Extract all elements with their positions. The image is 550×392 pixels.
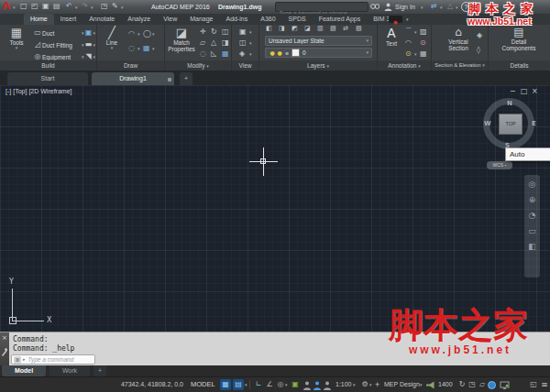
pipe-caret-icon[interactable]: ▾: [93, 31, 95, 36]
arc-tool-icon[interactable]: ◠: [128, 30, 135, 38]
layer-tool2-icon[interactable]: ◨: [279, 26, 285, 32]
annotation-tool-caret-icon[interactable]: ▾: [414, 52, 417, 57]
undo-caret-icon[interactable]: ▾: [75, 5, 78, 10]
close-icon[interactable]: ×: [532, 87, 538, 95]
panel-label-view[interactable]: View: [232, 60, 258, 71]
osnap-toggle-icon[interactable]: ▣: [290, 379, 301, 390]
workspace-caret-icon[interactable]: ▾: [420, 383, 423, 387]
redo-icon[interactable]: ↷: [82, 3, 88, 10]
cable-tray-icon[interactable]: ▬: [83, 41, 93, 49]
scale-caret-icon[interactable]: ▾: [353, 383, 356, 387]
annotation-scale-people-icon[interactable]: [323, 381, 332, 390]
restore-icon[interactable]: □: [521, 87, 528, 95]
view-tool3-icon[interactable]: ◈: [239, 50, 245, 58]
sign-in-caret-icon[interactable]: ▾: [421, 5, 424, 10]
offset-tool-icon[interactable]: ◺: [211, 50, 216, 58]
annotation-scale-button[interactable]: 1:100: [336, 377, 352, 392]
tools-button[interactable]: ▦ Tools ▾: [4, 27, 29, 50]
duct-button[interactable]: ▭ Duct ▾ ▣ ▾: [33, 27, 95, 38]
panel-label-modify[interactable]: Modify ▾: [165, 60, 231, 71]
polar-toggle-icon[interactable]: ∠: [264, 379, 275, 390]
layout-tab-work[interactable]: Work: [50, 365, 90, 376]
tag-tool-icon[interactable]: ⊙: [420, 39, 426, 47]
ortho-toggle-icon[interactable]: ∟: [253, 379, 264, 390]
file-tab-drawing1[interactable]: Drawing1: [92, 72, 174, 85]
hardware-monitor-icon[interactable]: [500, 381, 510, 390]
hatch-caret-icon[interactable]: ▾: [152, 47, 155, 51]
layer-tool1-icon[interactable]: ◧: [266, 26, 272, 32]
a360-sync-icon[interactable]: ⇄: [431, 3, 437, 10]
open-file-icon[interactable]: ◰: [31, 3, 38, 10]
annotation-visibility-icon[interactable]: [302, 381, 312, 390]
layout-tab-add-button[interactable]: +: [94, 365, 106, 376]
circle-tool-icon[interactable]: ◯: [143, 30, 151, 38]
leader-tool-icon[interactable]: ◠: [405, 39, 412, 47]
view-tool1-icon[interactable]: ▣: [239, 28, 247, 36]
tab-insert[interactable]: Insert: [54, 14, 83, 25]
hatch-tool-icon[interactable]: ▦: [143, 45, 150, 52]
layer-state-dropdown[interactable]: Unsaved Layer State ▾: [265, 36, 372, 46]
annotation-tool-icon[interactable]: ⊙: [405, 50, 412, 58]
a360-caret-icon[interactable]: ▾: [440, 5, 443, 10]
dimension-tool-icon[interactable]: ⌒: [405, 28, 412, 36]
view-tool2-caret-icon[interactable]: ▾: [249, 41, 252, 46]
panel-label-draw[interactable]: Draw: [97, 60, 164, 71]
file-tab-start[interactable]: Start: [7, 72, 88, 85]
redo-caret-icon[interactable]: ▾: [91, 5, 94, 10]
announcement-icon[interactable]: [425, 381, 435, 389]
navbar-pan-icon[interactable]: ⊕: [529, 196, 536, 204]
isolate-objects-icon[interactable]: ▱: [477, 379, 488, 390]
text-button[interactable]: A Text: [381, 27, 402, 47]
navbar-orbit-icon[interactable]: ▭: [528, 227, 536, 235]
command-customize-wrench-icon[interactable]: [1, 347, 8, 356]
table-tool-icon[interactable]: ▦: [420, 50, 427, 58]
search-box[interactable]: [275, 2, 368, 12]
tab-addins[interactable]: Add-ins: [219, 14, 254, 25]
layer-tool6-icon[interactable]: ▨: [330, 26, 336, 32]
snap-toggle-icon[interactable]: ▤: [233, 379, 244, 390]
viewcube-west[interactable]: W: [484, 120, 491, 127]
elevation-value[interactable]: 1400: [438, 377, 453, 392]
panel-label-layers[interactable]: Layers ▾: [259, 60, 377, 71]
layer-tool5-icon[interactable]: ▥: [317, 26, 324, 32]
panel-label-details[interactable]: Details: [489, 60, 550, 71]
add-scale-button[interactable]: +: [375, 377, 380, 392]
polyline-tool-icon[interactable]: ◌: [128, 45, 135, 52]
exchange-caret-icon[interactable]: ▾: [456, 5, 458, 10]
new-drawing-tab-button[interactable]: +: [180, 72, 192, 85]
trim-tool-icon[interactable]: ◨: [222, 39, 229, 47]
tab-home[interactable]: Home: [24, 14, 54, 25]
fillet-tool-icon[interactable]: △: [211, 39, 216, 47]
view-tool1-caret-icon[interactable]: ▾: [249, 30, 252, 35]
match-properties-button[interactable]: ◪ Match Properties: [167, 27, 196, 52]
navigation-bar[interactable]: ◎ ⊕ ◔ ▭ ◧: [524, 175, 540, 278]
panel-label-annotation[interactable]: Annotation ▾: [378, 60, 431, 71]
layout-tab-model[interactable]: Model: [2, 365, 46, 376]
layer-tool4-icon[interactable]: ◪: [304, 26, 311, 32]
viewport-view-control[interactable]: [Top]: [13, 88, 27, 94]
viewcube-north[interactable]: N: [507, 100, 512, 107]
viewcube-top-face[interactable]: TOP: [499, 114, 522, 135]
isodraft-caret-icon[interactable]: ▾: [285, 383, 288, 387]
clean-screen-icon[interactable]: ◱: [528, 379, 539, 390]
view-tool2-icon[interactable]: ◫: [239, 39, 247, 47]
dimension-caret-icon[interactable]: ▾: [414, 30, 417, 35]
record-caret-icon[interactable]: ▾: [406, 17, 409, 22]
annotate-quick-icon[interactable]: ✎: [112, 3, 118, 10]
command-suggest-icon[interactable]: ≣: [14, 356, 21, 364]
customization-menu-icon[interactable]: ≡: [539, 379, 550, 390]
record-icon[interactable]: ●: [389, 16, 402, 23]
command-window-grip[interactable]: ×: [0, 332, 9, 365]
navbar-motion-icon[interactable]: ◧: [528, 243, 536, 251]
tab-manage[interactable]: Manage: [183, 14, 219, 25]
drawing-canvas[interactable]: [-] [Top] [2D Wireframe] − □ × N W E S T…: [0, 85, 550, 332]
polyline-caret-icon[interactable]: ▾: [138, 47, 140, 51]
pipe-icon[interactable]: ▣: [83, 29, 93, 37]
save-icon[interactable]: ▣: [42, 3, 50, 10]
tab-a360[interactable]: A360: [254, 14, 281, 25]
copy-tool-icon[interactable]: ◫: [222, 28, 229, 36]
search-icon[interactable]: [370, 3, 380, 11]
tab-view[interactable]: View: [157, 14, 183, 25]
layer-tool7-icon[interactable]: ⇄: [343, 26, 348, 32]
conduit-caret-icon[interactable]: ▾: [93, 55, 95, 60]
